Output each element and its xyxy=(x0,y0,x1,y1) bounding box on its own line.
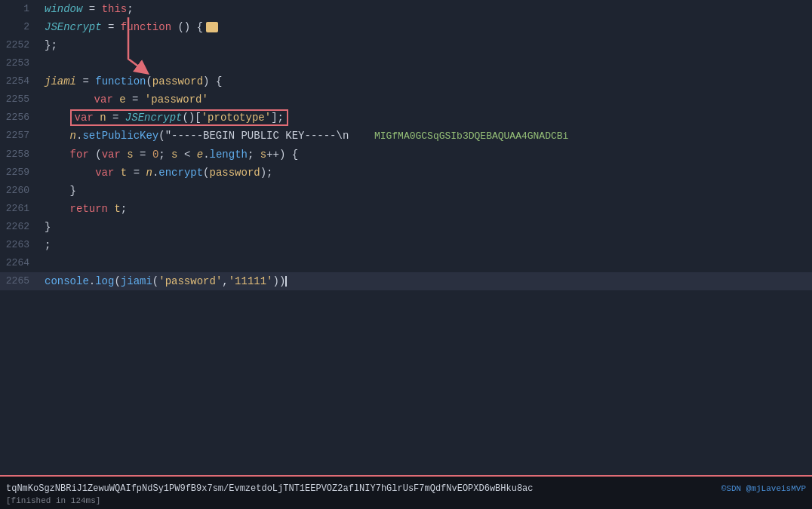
code-editor: 1 window = this; 2 JSEncrypt = function … xyxy=(0,0,812,475)
code-line-2263: 2263 ; xyxy=(0,236,812,254)
code-line-2259: 2259 var t = n.encrypt(password); xyxy=(0,164,812,182)
code-line-2254: 2254 jiami = function(password) { xyxy=(0,72,812,90)
code-line-2257: 2257 n.setPublicKey("-----BEGIN PUBLIC K… xyxy=(0,127,812,146)
code-line-2253: 2253 xyxy=(0,54,812,72)
output-bar: tqNmKoSgzNBRiJ1ZewuWQAIfpNdSy1PW9fB9x7sm… xyxy=(0,475,812,509)
code-line-2255: 2255 var e = 'password' xyxy=(0,90,812,109)
code-line-2252: 2252 }; xyxy=(0,36,812,54)
output-line-1: tqNmKoSgzNBRiJ1ZewuWQAIfpNdSy1PW9fB9x7sm… xyxy=(0,481,812,496)
code-line-2262: 2262 } xyxy=(0,218,812,236)
output-line-2: [finished in 124ms] xyxy=(0,496,812,505)
code-line-2264: 2264 xyxy=(0,254,812,272)
code-line-2260: 2260 } xyxy=(0,182,812,200)
code-line-2258: 2258 for (var s = 0; s < e.length; s++) … xyxy=(0,146,812,164)
code-line-2261: 2261 return t; xyxy=(0,200,812,218)
code-line-1: 1 window = this; xyxy=(0,0,812,18)
code-line-2: 2 JSEncrypt = function () { xyxy=(0,18,812,36)
code-line-2256: 2256 var n = JSEncrypt()['prototype']; xyxy=(0,109,812,127)
code-line-2265: 2265 console.log(jiami('password','11111… xyxy=(0,272,812,290)
